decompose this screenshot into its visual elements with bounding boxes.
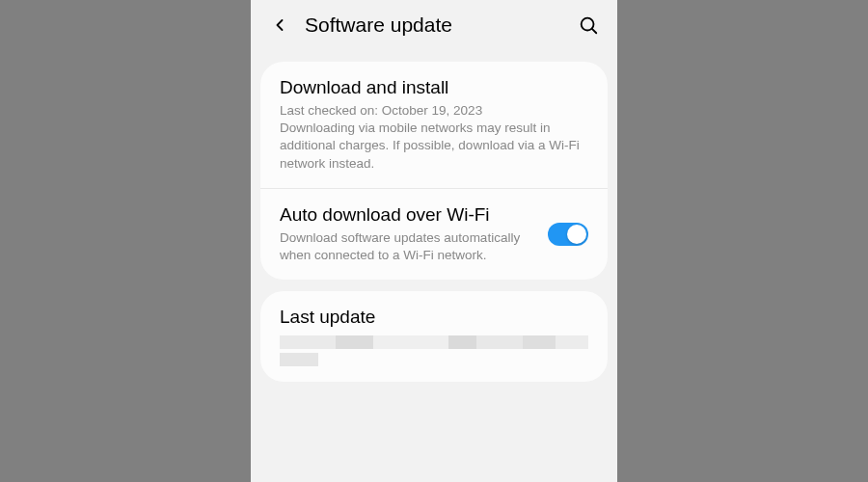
item-title: Last update [280,307,588,328]
page-title: Software update [305,13,563,37]
item-title: Download and install [280,77,588,98]
item-text-content: Auto download over Wi-Fi Download softwa… [280,204,536,264]
back-icon[interactable] [268,13,291,37]
header: Software update [251,0,617,50]
item-subtitle: Download software updates automatically … [280,229,536,264]
phone-screen: Software update Download and install Las… [251,0,617,482]
download-install-item[interactable]: Download and install Last checked on: Oc… [260,62,608,188]
wifi-auto-download-toggle[interactable] [548,223,588,246]
toggle-knob [567,225,586,244]
settings-card-main: Download and install Last checked on: Oc… [260,62,608,280]
redacted-content [280,335,588,366]
auto-download-item[interactable]: Auto download over Wi-Fi Download softwa… [260,188,608,280]
svg-line-1 [592,29,596,33]
search-icon[interactable] [577,13,600,37]
last-update-item[interactable]: Last update [260,291,608,382]
settings-card-last-update: Last update [260,291,608,382]
item-title: Auto download over Wi-Fi [280,204,536,226]
item-subtitle-desc: Downloading via mobile networks may resu… [280,120,588,173]
item-subtitle-checked: Last checked on: October 19, 2023 [280,102,588,120]
